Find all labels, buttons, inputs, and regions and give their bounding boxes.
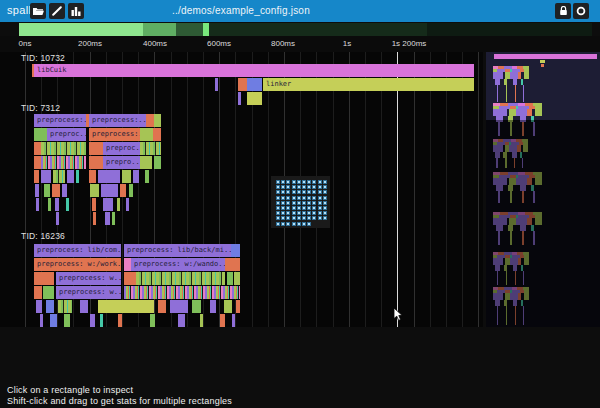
selected-rect[interactable]	[323, 201, 327, 205]
flame-bar[interactable]	[224, 300, 232, 313]
selected-rect[interactable]	[281, 211, 285, 215]
selected-rect[interactable]	[312, 206, 316, 210]
selected-rect[interactable]	[276, 190, 280, 194]
selected-rect[interactable]	[323, 196, 327, 200]
flame-bar[interactable]	[232, 314, 235, 327]
selected-rect[interactable]	[286, 206, 290, 210]
selected-rect[interactable]	[312, 196, 316, 200]
selected-rect[interactable]	[276, 222, 280, 226]
selected-rect[interactable]	[312, 216, 316, 220]
selected-rect[interactable]	[276, 201, 280, 205]
selected-rect[interactable]	[307, 180, 311, 184]
selected-rect[interactable]	[297, 211, 301, 215]
selected-rect[interactable]	[318, 211, 322, 215]
flame-bar[interactable]: preprocess:..	[34, 114, 86, 127]
selected-rect[interactable]	[286, 222, 290, 226]
flame-bar[interactable]	[34, 128, 47, 141]
flame-bar[interactable]	[192, 300, 201, 313]
flame-bar[interactable]	[145, 170, 149, 183]
selected-rect[interactable]	[307, 211, 311, 215]
selected-rect[interactable]	[307, 190, 311, 194]
flame-bar[interactable]	[34, 272, 54, 285]
flame-bar[interactable]	[34, 170, 39, 183]
flame-bar[interactable]: preprocess:..	[89, 114, 146, 127]
flame-bar[interactable]	[238, 92, 241, 105]
selected-rect[interactable]	[318, 196, 322, 200]
flame-bar[interactable]	[55, 198, 59, 211]
flame-bar[interactable]	[133, 170, 139, 183]
flame-bar[interactable]	[41, 170, 51, 183]
selected-rect[interactable]	[276, 211, 280, 215]
selected-rect[interactable]	[312, 211, 316, 215]
flame-bar[interactable]: linker	[263, 78, 474, 91]
flame-bar[interactable]	[129, 184, 133, 197]
minimap[interactable]	[486, 52, 600, 327]
flame-bar[interactable]: preprocess: lib/com..	[34, 244, 121, 257]
selected-rect[interactable]	[276, 196, 280, 200]
flame-bar[interactable]	[41, 142, 86, 155]
selected-rect[interactable]	[276, 206, 280, 210]
selected-rect[interactable]	[307, 201, 311, 205]
flame-bar[interactable]	[105, 212, 110, 225]
flame-bar[interactable]: preprocess:..	[89, 128, 140, 141]
flame-bar[interactable]	[140, 156, 152, 169]
selected-rect[interactable]	[281, 222, 285, 226]
flame-bar[interactable]: preproc..	[103, 142, 140, 155]
selected-rect[interactable]	[312, 201, 316, 205]
selected-rect[interactable]	[323, 216, 327, 220]
flame-bar[interactable]	[43, 286, 54, 299]
flame-bar[interactable]	[40, 314, 43, 327]
selected-rect[interactable]	[281, 201, 285, 205]
flame-bar[interactable]	[80, 300, 88, 313]
selected-rect[interactable]	[292, 190, 296, 194]
flame-bar[interactable]	[41, 156, 86, 169]
selected-rect[interactable]	[276, 185, 280, 189]
flame-bar[interactable]	[64, 314, 70, 327]
selected-rect[interactable]	[297, 180, 301, 184]
selected-rect[interactable]	[312, 180, 316, 184]
flame-bar[interactable]	[140, 128, 153, 141]
flame-bar[interactable]	[58, 300, 72, 313]
flame-bar[interactable]: preprocess: w:/wando..	[131, 258, 225, 271]
selected-rect[interactable]	[302, 185, 306, 189]
selected-rect[interactable]	[318, 185, 322, 189]
flame-bar[interactable]: libCuik	[34, 64, 474, 77]
flame-bar[interactable]	[124, 272, 136, 285]
selected-rect[interactable]	[318, 206, 322, 210]
selected-rect[interactable]	[297, 190, 301, 194]
flame-bar[interactable]	[100, 314, 103, 327]
selected-rect[interactable]	[276, 216, 280, 220]
selected-rect[interactable]	[323, 211, 327, 215]
flame-bar[interactable]	[67, 170, 74, 183]
flame-bar[interactable]	[150, 314, 155, 327]
flame-bar[interactable]: preprocess: w..	[56, 286, 121, 299]
flame-bar[interactable]	[153, 128, 161, 141]
selected-rect[interactable]	[286, 211, 290, 215]
flame-bar[interactable]	[231, 244, 240, 257]
selected-rect[interactable]	[297, 196, 301, 200]
selected-rect[interactable]	[276, 180, 280, 184]
flame-canvas[interactable]: TID: 10732TID: 7312TID: 16236libCuiklink…	[0, 52, 483, 327]
flame-bar[interactable]	[117, 198, 120, 211]
flame-bar[interactable]	[35, 184, 39, 197]
flame-bar[interactable]	[50, 314, 57, 327]
selected-rect[interactable]	[318, 216, 322, 220]
flame-bar[interactable]: preprocess: w..	[56, 272, 121, 285]
selected-rect[interactable]	[297, 222, 301, 226]
selected-rect[interactable]	[318, 190, 322, 194]
flame-bar[interactable]	[34, 142, 41, 155]
selected-rect[interactable]	[302, 222, 306, 226]
flame-bar[interactable]: preproc..	[47, 128, 86, 141]
flame-bar[interactable]	[158, 300, 166, 313]
flame-bar[interactable]	[247, 78, 262, 91]
flame-bar[interactable]: preprocess: w:/work..	[34, 258, 121, 271]
flame-bar[interactable]	[98, 300, 154, 313]
time-ruler[interactable]: 0ns200ms400ms600ms800ms1s1s 200ms	[0, 36, 600, 52]
flame-bar[interactable]	[98, 170, 120, 183]
selected-rect[interactable]	[302, 201, 306, 205]
flame-bar[interactable]	[34, 156, 41, 169]
flame-bar[interactable]	[227, 272, 233, 285]
selected-rect[interactable]	[292, 196, 296, 200]
selected-rect[interactable]	[323, 180, 327, 184]
selected-rect[interactable]	[286, 180, 290, 184]
